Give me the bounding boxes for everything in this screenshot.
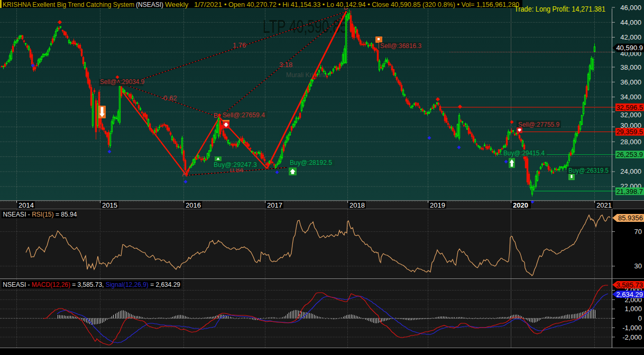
svg-text:Buy@:28192.5: Buy@:28192.5 (290, 158, 332, 166)
svg-text:1,000: 1,000 (624, 305, 642, 313)
svg-text:28,000: 28,000 (620, 138, 641, 146)
svg-text:A: A (182, 171, 186, 178)
svg-text:NSEASI - MACD(12,26) = 3,585.7: NSEASI - MACD(12,26) = 3,585.73, Signal(… (3, 281, 180, 289)
svg-text:2016: 2016 (186, 201, 201, 209)
svg-text:46,000: 46,000 (620, 4, 641, 12)
svg-text:2021: 2021 (596, 201, 612, 209)
svg-text:42,000: 42,000 (620, 33, 641, 41)
svg-text:2015: 2015 (102, 201, 117, 209)
svg-text:-0.62: -0.62 (161, 94, 177, 102)
svg-text:Murali Krishna: Murali Krishna (286, 71, 328, 79)
svg-text:40,590.9: 40,590.9 (616, 44, 643, 52)
svg-text:Buy@:29247.3: Buy@:29247.3 (214, 161, 257, 169)
svg-text:85.9356: 85.9356 (618, 214, 643, 222)
svg-text:32,000: 32,000 (620, 111, 641, 119)
svg-text:3.18: 3.18 (279, 61, 292, 69)
svg-text:2019: 2019 (430, 201, 445, 209)
svg-text:30: 30 (634, 262, 642, 270)
svg-text:Sell@˄:29034.9: Sell@˄:29034.9 (100, 78, 144, 86)
svg-text:Sell@:27659.4: Sell@:27659.4 (223, 111, 265, 119)
svg-text:29,359.5: 29,359.5 (616, 128, 643, 136)
svg-text:+: + (16, 36, 19, 41)
svg-text:Buy@:26319.5: Buy@:26319.5 (568, 166, 609, 174)
svg-text:24,000: 24,000 (620, 167, 641, 175)
svg-text:2020: 2020 (513, 201, 528, 209)
svg-text:0: 0 (638, 314, 642, 322)
svg-text:3,585.73: 3,585.73 (616, 281, 643, 289)
svg-text:B: B (214, 112, 218, 119)
svg-text:Sell@:27755.9: Sell@:27755.9 (518, 120, 559, 128)
svg-text:38,000: 38,000 (620, 63, 641, 71)
svg-text:34,000: 34,000 (620, 93, 641, 101)
svg-text:2018: 2018 (349, 201, 365, 209)
svg-text:-2,000: -2,000 (622, 333, 642, 341)
svg-text:1.76: 1.76 (233, 41, 246, 49)
svg-text:70: 70 (634, 228, 642, 236)
svg-text:2014: 2014 (19, 201, 34, 209)
svg-text:KRISHNA Exellent Big Trend Cat: KRISHNA Exellent Big Trend Catching Syst… (3, 1, 519, 8)
svg-text:-1,000: -1,000 (622, 324, 642, 332)
svg-text:36,000: 36,000 (620, 78, 641, 86)
svg-text:Buy@:29415.4: Buy@:29415.4 (503, 149, 545, 157)
svg-text:Sell@:36816.3: Sell@:36816.3 (380, 42, 421, 50)
svg-text:26,253.9: 26,253.9 (616, 151, 643, 158)
svg-text:44,000: 44,000 (620, 18, 641, 26)
svg-text:21,398.7: 21,398.7 (616, 188, 643, 195)
svg-text:32,596.5: 32,596.5 (616, 104, 643, 111)
svg-text:2,634.29: 2,634.29 (616, 291, 643, 298)
svg-text:2017: 2017 (267, 201, 282, 209)
svg-text:NSEASI - RSI(15) = 85.94: NSEASI - RSI(15) = 85.94 (3, 211, 77, 219)
svg-text:Trade: Long Profit: 14,271.381: Trade: Long Profit: 14,271.381 (514, 5, 605, 13)
